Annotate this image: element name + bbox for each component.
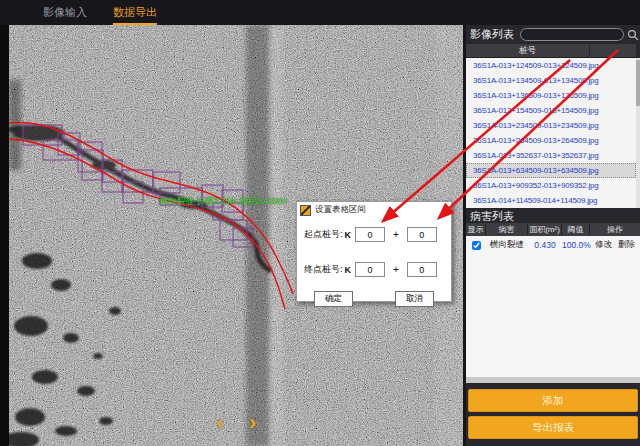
column-header-actions: 操作 [590,224,640,235]
start-stake-k-prefix: K [345,230,352,240]
column-header-defect: 病害 [486,224,528,235]
defect-list-title: 病害列表 [470,209,514,224]
end-stake-plus: + [393,264,399,275]
image-list-item[interactable]: 36S1A-013+234509-013+234509.jpg [466,118,636,133]
image-list-item[interactable]: 36S1A-013+134509-013+134509.jpg [466,73,636,88]
left-edge-strip [0,25,9,446]
right-sidebar: 影像列表 桩号 36S1A-013+124509-013+124509.jpg … [466,25,640,446]
defect-row: 横向裂缝 0.430 100.0% 修改 删除 [466,236,640,253]
image-list-item-selected[interactable]: 36S1A-013+634509-013+634509.jpg [466,163,636,178]
defect-area: 0.430 [528,240,562,250]
scrollbar-thumb[interactable] [636,60,640,106]
defect-list-hscrollbar[interactable] [466,377,640,383]
image-list: 36S1A-013+124509-013+124509.jpg 36S1A-01… [466,58,636,208]
start-stake-km-input[interactable] [355,227,385,242]
dialog-title: 设置表格区间 [315,204,366,216]
defect-list: 横向裂缝 0.430 100.0% 修改 删除 [466,236,640,377]
defect-list-column-header: 显示 病害 面积(m²) 阈值 操作 [466,223,640,236]
image-list-item[interactable]: 36S1A-013+264509-013+264509.jpg [466,133,636,148]
dialog-titlebar[interactable]: 设置表格区间 [297,202,451,218]
end-stake-label: 终点桩号: [304,263,343,276]
ok-button[interactable]: 确定 [314,291,353,307]
search-icon[interactable] [627,29,639,41]
column-header-stake: 桩号 [466,45,589,57]
image-list-title: 影像列表 [470,27,514,42]
image-list-item[interactable]: 36S1A-013+136509-013+136509.jpg [466,88,636,103]
defect-visible-checkbox[interactable] [472,241,481,250]
tab-image-input[interactable]: 影像输入 [43,5,87,25]
start-stake-row: 起点桩号: K + [304,226,451,243]
cancel-button[interactable]: 取消 [395,291,434,307]
next-image-button[interactable]: › [249,413,256,433]
image-list-item[interactable]: 36S1A-013+352637-013+352637.jpg [466,148,636,163]
defect-edit-link[interactable]: 修改 [595,239,612,251]
column-header-threshold: 阈值 [562,224,590,235]
defect-name: 横向裂缝 [486,239,528,251]
end-stake-km-input[interactable] [355,262,385,277]
image-list-item[interactable]: 36S1A-013+909352-013+909352.jpg [466,178,636,193]
start-stake-plus: + [393,229,399,240]
image-list-item[interactable]: 36S1A-014+114509-014+114509.jpg [466,193,636,208]
column-header-show: 显示 [466,224,486,235]
start-stake-m-input[interactable] [407,227,437,242]
image-list-scrollbar[interactable] [636,58,640,208]
prev-image-button[interactable]: ‹ [216,413,223,433]
set-table-range-dialog: 设置表格区间 起点桩号: K + 终点桩号: K + 确定 取消 [296,201,452,302]
defect-list-header: 病害列表 [466,209,640,223]
end-stake-k-prefix: K [345,265,352,275]
defect-delete-link[interactable]: 删除 [618,239,635,251]
image-list-column-header: 桩号 [466,44,636,58]
dialog-icon [300,205,311,216]
end-stake-m-input[interactable] [407,262,437,277]
image-search-input[interactable] [520,28,624,41]
start-stake-label: 起点桩号: [304,228,343,241]
top-tab-bar: 影像输入 数据导出 [0,0,640,25]
tab-data-export[interactable]: 数据导出 [113,5,157,25]
image-list-item[interactable]: 36S1A-013+124509-013+124509.jpg [466,58,636,73]
defect-annotation-label: 横向裂缝 长度3.25m 面积0.430m² [160,196,288,208]
image-list-item[interactable]: 36S1A-013+154509-013+154509.jpg [466,103,636,118]
image-list-header: 影像列表 [466,25,640,44]
defect-threshold: 100.0% [562,240,590,250]
column-header-area: 面积(m²) [528,224,562,235]
add-button[interactable]: 添加 [468,389,638,412]
end-stake-row: 终点桩号: K + [304,261,451,278]
export-report-button[interactable]: 导出报表 [468,416,638,439]
